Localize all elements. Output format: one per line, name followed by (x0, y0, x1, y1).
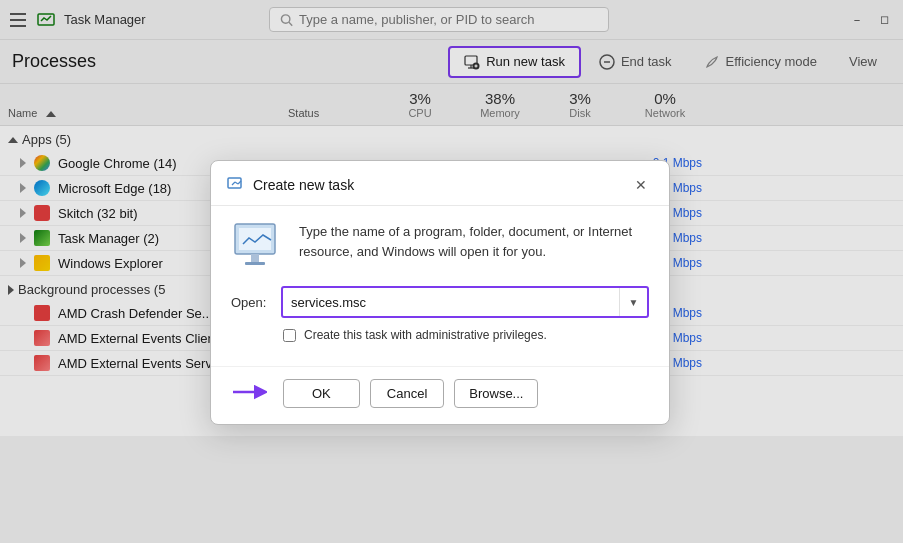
dialog-close-button[interactable]: ✕ (629, 173, 653, 197)
create-task-dialog: Create new task ✕ Type the name of a pro… (210, 160, 670, 425)
dialog-checkbox-row: Create this task with administrative pri… (231, 328, 649, 342)
arrow-indicator (231, 383, 267, 404)
dropdown-arrow[interactable]: ▼ (619, 288, 647, 316)
svg-rect-21 (245, 262, 265, 265)
open-label: Open: (231, 295, 271, 310)
open-input-wrapper: ▼ (281, 286, 649, 318)
dialog-footer: OK Cancel Browse... (211, 366, 669, 424)
cancel-button[interactable]: Cancel (370, 379, 444, 408)
dialog-titlebar: Create new task ✕ (211, 161, 669, 206)
ok-button[interactable]: OK (283, 379, 360, 408)
dialog-description: Type the name of a program, folder, docu… (299, 222, 649, 261)
dialog-open-row: Open: ▼ (231, 286, 649, 318)
arrow-icon (231, 383, 267, 401)
browse-button[interactable]: Browse... (454, 379, 538, 408)
dialog-title: Create new task (253, 177, 621, 193)
svg-line-15 (232, 182, 235, 185)
svg-rect-20 (251, 254, 259, 262)
open-input[interactable] (283, 290, 619, 315)
admin-checkbox-label: Create this task with administrative pri… (304, 328, 547, 342)
dialog-info-row: Type the name of a program, folder, docu… (231, 222, 649, 270)
svg-line-16 (235, 182, 238, 184)
svg-rect-19 (239, 228, 271, 250)
dialog-monitor-icon (231, 222, 283, 270)
admin-checkbox[interactable] (283, 329, 296, 342)
dialog-body: Type the name of a program, folder, docu… (211, 206, 669, 366)
dialog-app-icon (227, 176, 245, 194)
dialog-overlay: Create new task ✕ Type the name of a pro… (0, 0, 903, 543)
